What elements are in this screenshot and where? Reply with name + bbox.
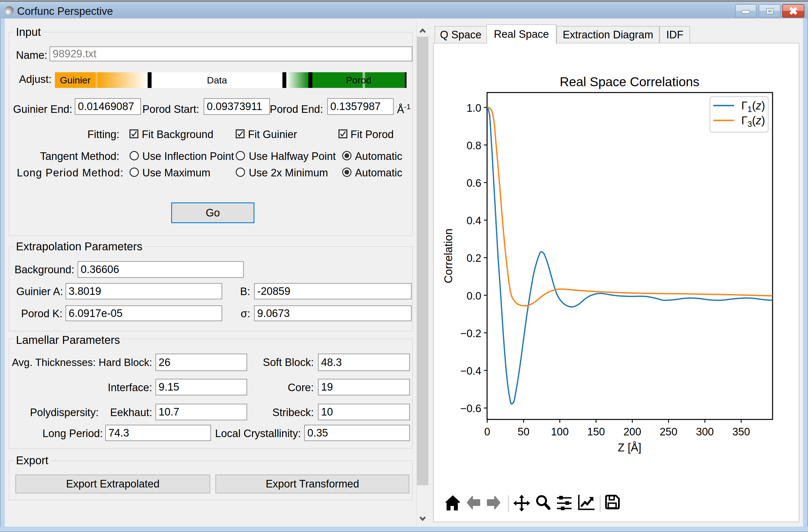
svg-text:250: 250 [660, 426, 677, 438]
svg-text:50: 50 [518, 426, 530, 438]
svg-text:0.6: 0.6 [466, 177, 481, 189]
svg-text:200: 200 [623, 426, 641, 438]
svg-text:0.2: 0.2 [466, 252, 481, 264]
svg-text:0.8: 0.8 [466, 140, 481, 151]
svg-text:0.0: 0.0 [466, 290, 481, 302]
svg-text:1.0: 1.0 [466, 102, 481, 114]
svg-text:Correlation: Correlation [442, 228, 455, 283]
svg-text:−0.4: −0.4 [460, 365, 481, 377]
svg-text:Γ1(z): Γ1(z) [741, 99, 765, 114]
svg-text:350: 350 [732, 426, 750, 438]
svg-text:300: 300 [696, 426, 714, 438]
svg-text:−0.6: −0.6 [460, 403, 481, 414]
svg-text:150: 150 [587, 426, 605, 438]
svg-text:100: 100 [551, 426, 568, 438]
svg-text:0: 0 [484, 426, 490, 438]
svg-text:Real Space Correlations: Real Space Correlations [560, 75, 700, 89]
svg-text:0.4: 0.4 [466, 215, 481, 227]
svg-text:−0.2: −0.2 [460, 328, 481, 339]
svg-text:Γ3(z): Γ3(z) [741, 114, 765, 129]
svg-text:Z [Å]: Z [Å] [618, 441, 641, 454]
